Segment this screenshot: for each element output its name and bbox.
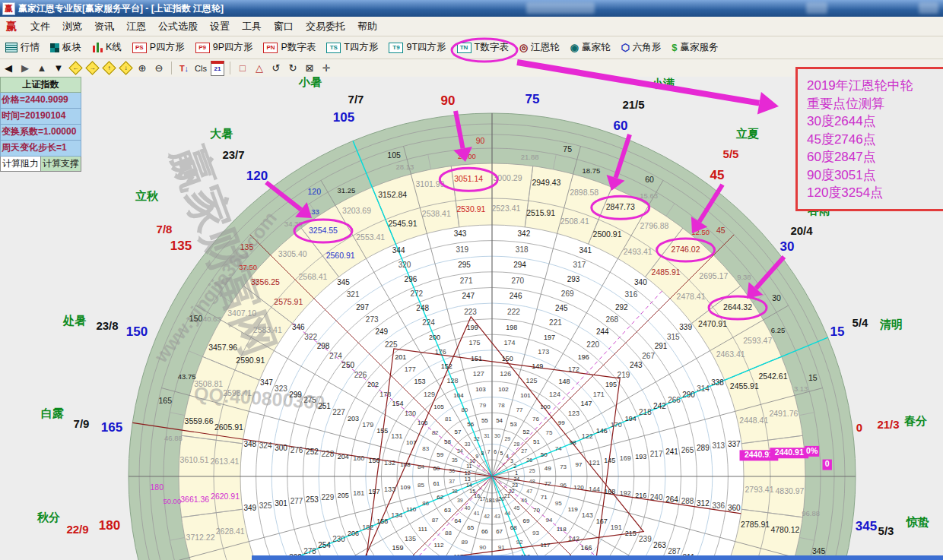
toolbar-item-4[interactable]: P99P四方形 [190,39,259,57]
行情-icon [5,43,17,52]
svg-text:144: 144 [589,486,600,493]
menu-item-9[interactable]: 帮助 [351,18,383,35]
svg-text:119: 119 [568,506,578,513]
svg-text:202: 202 [367,381,379,388]
menu-item-2[interactable]: 资讯 [88,18,120,35]
svg-text:87: 87 [432,517,439,524]
svg-text:31: 31 [484,433,490,438]
draw-triangle-icon[interactable]: △ [252,61,267,75]
cls-tool-icon[interactable]: Cls [193,61,208,75]
toolbar-item-9[interactable]: ◎江恩轮 [514,39,565,57]
fit-view-icon[interactable]: ✛ [319,61,334,75]
svg-text:57: 57 [455,429,462,435]
svg-text:3356.25: 3356.25 [251,277,280,286]
annotation-line-4: 60度2847点 [807,148,943,166]
svg-text:126: 126 [500,370,511,378]
svg-text:291: 291 [655,342,668,350]
toolbar-item-6[interactable]: TST四方形 [321,39,383,57]
svg-text:21/3: 21/3 [877,418,899,431]
nav-left-icon[interactable]: ◀ [1,61,16,75]
svg-text:94: 94 [545,517,552,524]
svg-text:43: 43 [494,514,500,519]
svg-text:18.75: 18.75 [583,166,601,175]
draw-square-icon[interactable]: □ [235,61,250,75]
titlebar-blur [526,2,595,14]
nav-up-icon[interactable]: ▲ [34,61,49,75]
svg-text:2949.43: 2949.43 [532,178,560,187]
svg-text:25: 25 [529,468,535,473]
svg-text:121: 121 [589,459,600,467]
marquee-icon[interactable]: ⊠ [302,61,317,75]
svg-text:90: 90 [476,136,485,145]
calc-resistance-button[interactable]: 计算阻力 [0,157,41,172]
svg-text:313: 313 [712,441,725,450]
svg-text:24: 24 [513,476,519,482]
svg-text:26: 26 [526,457,532,463]
svg-text:85: 85 [418,482,424,489]
toolbar-label: 9T四方形 [406,41,446,54]
svg-text:191: 191 [611,524,622,531]
pan-right-icon[interactable]: → [84,61,100,75]
menu-item-6[interactable]: 工具 [236,18,268,35]
svg-text:3.13: 3.13 [794,384,808,393]
menu-item-3[interactable]: 江恩 [120,18,152,35]
toolbar-item-1[interactable]: 板块 [45,39,87,57]
svg-text:73: 73 [560,464,567,470]
svg-text:64: 64 [455,517,462,524]
svg-text:203: 203 [348,415,359,422]
rotate-cw-icon[interactable]: ↻ [285,61,300,75]
menu-item-0[interactable]: 文件 [24,18,56,35]
nav-right-icon[interactable]: ▶ [17,61,33,75]
toolbar-item-0[interactable]: 行情 [0,39,45,57]
price-time-tool-icon[interactable]: T↓ [176,61,192,75]
calc-support-button[interactable]: 计算支撑 [41,157,81,172]
rotate-ccw-icon[interactable]: ↺ [268,61,284,75]
svg-text:346: 346 [292,323,305,331]
toolbar-item-11[interactable]: ⬡六角形 [615,39,666,57]
pan-up-icon[interactable]: ↑ [101,61,116,75]
svg-text:4780.12: 4780.12 [770,525,799,534]
svg-text:179: 179 [362,421,373,429]
menu-item-5[interactable]: 设置 [204,18,236,35]
svg-text:132: 132 [384,459,395,467]
stock-name: 上证指数 [0,77,81,93]
nav-down-icon[interactable]: ▼ [51,61,66,75]
toolbar-item-5[interactable]: PNP数字表 [258,39,321,57]
main-toolbar: 行情板块K线PSP四方形P99P四方形PNP数字表TST四方形T99T四方形TN… [0,36,943,59]
svg-text:337: 337 [728,440,741,448]
menu-item-4[interactable]: 公式选股 [152,18,204,35]
svg-text:56: 56 [467,421,474,428]
svg-text:2898.58: 2898.58 [570,188,599,197]
menu-item-1[interactable]: 浏览 [56,18,88,35]
svg-text:268: 268 [605,315,618,324]
svg-text:154: 154 [392,400,404,407]
zoom-in-icon[interactable]: ⊕ [135,61,150,75]
svg-text:226: 226 [354,371,367,379]
svg-text:181: 181 [353,489,364,497]
svg-text:71: 71 [541,494,548,501]
svg-text:2575.91: 2575.91 [274,297,303,306]
toolbar-item-12[interactable]: $赢家服务 [666,39,723,57]
pan-down-icon[interactable]: ↓ [118,61,133,75]
svg-text:157: 157 [369,488,380,495]
svg-text:51: 51 [533,438,540,445]
toolbar-item-3[interactable]: PSP四方形 [127,39,190,57]
svg-text:301: 301 [275,499,287,508]
svg-text:196: 196 [578,353,589,361]
svg-text:67: 67 [496,528,503,535]
toolbar-item-10[interactable]: ◉赢家轮 [565,39,616,57]
pan-left-icon[interactable]: ← [68,61,83,75]
zoom-out-icon[interactable]: ⊖ [151,61,167,75]
svg-text:7/8: 7/8 [157,223,173,236]
svg-text:289: 289 [697,444,710,452]
svg-text:120: 120 [308,187,322,196]
svg-text:316: 316 [625,290,638,299]
menu-item-8[interactable]: 交易委托 [300,18,351,35]
toolbar-item-8[interactable]: TNT数字表 [452,39,514,57]
svg-text:296: 296 [405,275,418,283]
toolbar-item-7[interactable]: T99T四方形 [383,39,451,57]
calendar-tool-icon[interactable]: 21 [210,61,225,75]
menu-item-7[interactable]: 窗口 [268,18,300,35]
toolbar-item-2[interactable]: K线 [87,39,127,57]
annotation-line-0: 2019年江恩轮中轮 [807,77,943,95]
